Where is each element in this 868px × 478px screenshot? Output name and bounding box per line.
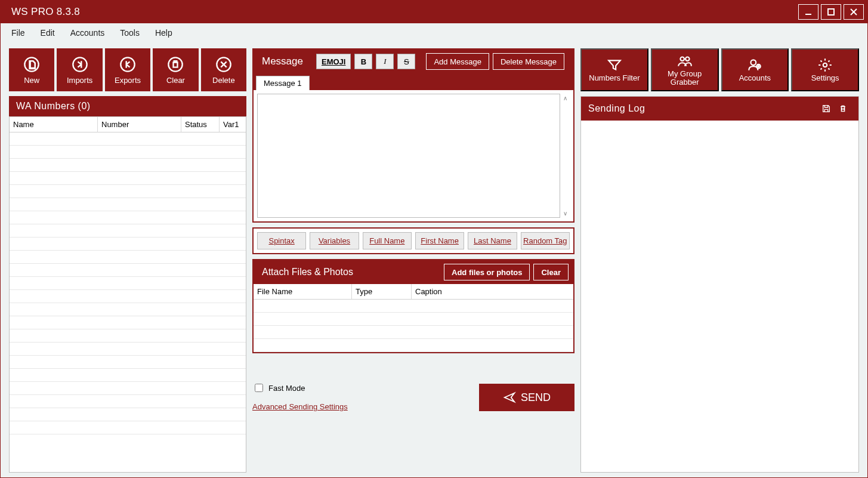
left-toolbar: New Imports Exports <box>9 48 246 91</box>
log-panel: Sending Log <box>580 96 859 473</box>
right-toolbar: Numbers Filter My Group Grabber Accounts… <box>580 48 859 91</box>
bold-button[interactable]: B <box>354 54 372 69</box>
col-status[interactable]: Status <box>181 117 220 132</box>
chip-first-name[interactable]: First Name <box>415 232 464 249</box>
col-var1[interactable]: Var1 <box>220 117 246 132</box>
table-row <box>10 343 246 356</box>
message-tabs: Message 1 <box>254 73 573 90</box>
table-row <box>10 211 246 224</box>
exports-button[interactable]: Exports <box>105 48 150 91</box>
col-name[interactable]: Name <box>10 117 98 132</box>
clear-button[interactable]: Clear <box>153 48 198 91</box>
table-row <box>10 198 246 211</box>
table-row <box>10 146 246 159</box>
table-row <box>10 159 246 172</box>
menu-edit[interactable]: Edit <box>41 28 55 38</box>
log-header: Sending Log <box>581 97 858 121</box>
message-body: ∧∨ <box>254 90 573 221</box>
svg-rect-1 <box>828 9 834 15</box>
chip-spintax[interactable]: Spintax <box>257 232 306 249</box>
italic-button[interactable]: I <box>376 54 394 69</box>
numbers-filter-button[interactable]: Numbers Filter <box>580 48 648 91</box>
group-icon <box>677 53 693 69</box>
svg-point-13 <box>751 60 756 65</box>
maximize-icon <box>827 8 835 16</box>
chip-random-tag[interactable]: Random Tag <box>521 232 570 249</box>
advanced-settings-link[interactable]: Advanced Sending Settings <box>252 402 348 411</box>
svg-point-7 <box>169 57 183 71</box>
chip-full-name[interactable]: Full Name <box>363 232 412 249</box>
fast-mode-checkbox[interactable] <box>255 384 263 392</box>
table-row <box>10 395 246 408</box>
svg-point-12 <box>685 57 690 61</box>
settings-button[interactable]: Settings <box>791 48 859 91</box>
wa-numbers-title: WA Numbers (0) <box>16 101 91 112</box>
col-file-name[interactable]: File Name <box>254 284 352 299</box>
strike-button[interactable]: S <box>397 54 415 69</box>
col-number[interactable]: Number <box>98 117 181 132</box>
close-circle-icon <box>215 55 233 73</box>
attach-header: Attach Files & Photos Add files or photo… <box>254 260 573 284</box>
menu-file[interactable]: File <box>11 28 25 38</box>
table-row <box>10 290 246 303</box>
table-row <box>10 238 246 251</box>
fast-mode-label: Fast Mode <box>268 384 305 393</box>
table-row <box>10 303 246 316</box>
minimize-button[interactable] <box>798 4 818 20</box>
delete-message-button[interactable]: Delete Message <box>493 53 564 70</box>
add-files-button[interactable]: Add files or photos <box>444 264 530 280</box>
svg-point-11 <box>680 57 684 61</box>
left-column: New Imports Exports <box>9 48 246 473</box>
export-icon <box>119 55 137 73</box>
table-row <box>10 408 246 421</box>
emoji-button[interactable]: EMOJI <box>316 54 351 69</box>
col-caption[interactable]: Caption <box>412 284 573 299</box>
log-body[interactable] <box>581 121 858 472</box>
group-grabber-button[interactable]: My Group Grabber <box>651 48 719 91</box>
table-row <box>254 326 573 339</box>
fast-mode-row[interactable]: Fast Mode <box>252 382 348 394</box>
chip-variables[interactable]: Variables <box>310 232 359 249</box>
gear-icon <box>817 57 833 73</box>
attach-clear-button[interactable]: Clear <box>533 264 569 280</box>
chip-last-name[interactable]: Last Name <box>468 232 517 249</box>
message-header: Message EMOJI B I S Add Message Delete M… <box>254 50 573 73</box>
trash-icon <box>166 55 184 73</box>
wa-numbers-grid[interactable]: Name Number Status Var1 <box>9 116 246 473</box>
table-row <box>10 421 246 434</box>
save-log-button[interactable] <box>818 101 835 116</box>
col-type[interactable]: Type <box>352 284 412 299</box>
tab-message-1[interactable]: Message 1 <box>256 76 310 90</box>
attach-title: Attach Files & Photos <box>262 267 353 277</box>
delete-button[interactable]: Delete <box>201 48 246 91</box>
message-textarea[interactable] <box>257 94 560 218</box>
table-row <box>254 339 573 352</box>
imports-button[interactable]: Imports <box>57 48 102 91</box>
menu-tools[interactable]: Tools <box>120 28 140 38</box>
accounts-label: Accounts <box>739 74 771 82</box>
message-panel: Message EMOJI B I S Add Message Delete M… <box>252 48 574 223</box>
menubar: File Edit Accounts Tools Help <box>1 23 867 42</box>
menu-help[interactable]: Help <box>155 28 172 38</box>
accounts-button[interactable]: Accounts <box>721 48 789 91</box>
table-row <box>10 264 246 277</box>
table-row <box>10 329 246 343</box>
close-button[interactable] <box>844 4 864 20</box>
wa-numbers-columns: Name Number Status Var1 <box>10 117 246 132</box>
send-icon <box>503 391 516 404</box>
textarea-scrollbar[interactable]: ∧∨ <box>560 94 570 218</box>
workspace: New Imports Exports <box>1 42 867 477</box>
clear-log-button[interactable] <box>835 101 851 116</box>
save-icon <box>821 103 831 115</box>
attach-rows <box>254 300 573 352</box>
import-icon <box>71 55 89 73</box>
new-button[interactable]: New <box>9 48 54 91</box>
maximize-button[interactable] <box>821 4 841 20</box>
app-title: WS PRO 8.3.8 <box>11 6 798 18</box>
table-row <box>10 382 246 395</box>
new-label: New <box>24 76 39 85</box>
send-button[interactable]: SEND <box>479 384 574 411</box>
insert-chip-bar: Spintax Variables Full Name First Name L… <box>252 227 574 254</box>
add-message-button[interactable]: Add Message <box>426 53 489 70</box>
menu-accounts[interactable]: Accounts <box>70 28 105 38</box>
